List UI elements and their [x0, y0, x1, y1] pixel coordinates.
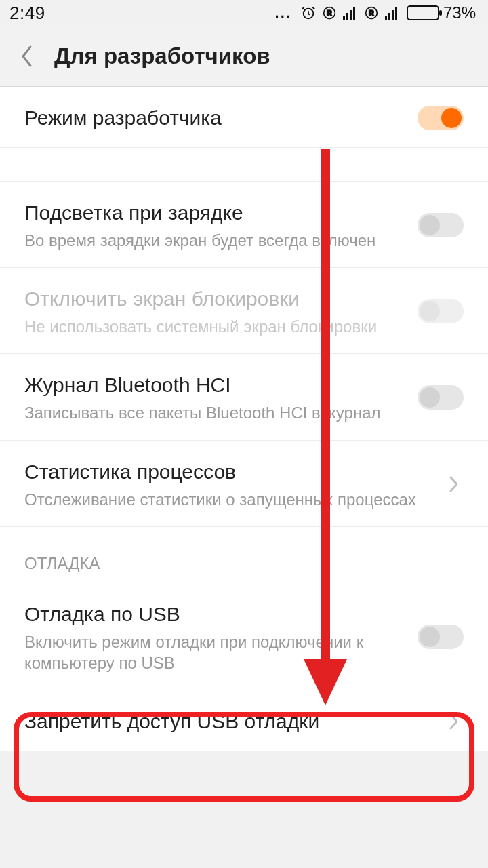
- svg-rect-11: [392, 10, 394, 20]
- status-bar: 2:49 ... R R 73%: [0, 0, 488, 26]
- content: Режим разработчика Подсветка при зарядке…: [0, 87, 488, 751]
- item-subtitle: Записывать все пакеты Bluetooth HCI в жу…: [24, 402, 404, 423]
- toggle-bluetooth-hci-log[interactable]: [418, 385, 464, 410]
- item-charging-backlight[interactable]: Подсветка при зарядке Во время зарядки э…: [0, 182, 488, 268]
- spacer: [0, 148, 488, 182]
- item-subtitle: Отслеживание статистики о запущенных про…: [24, 489, 431, 510]
- registered-icon: R: [323, 6, 336, 20]
- item-title: Отключить экран блокировки: [24, 285, 404, 312]
- battery-indicator: 73%: [407, 3, 476, 22]
- chevron-right-icon: [445, 475, 464, 494]
- item-developer-mode[interactable]: Режим разработчика: [0, 87, 488, 148]
- toggle-charging-backlight[interactable]: [418, 213, 464, 237]
- svg-rect-10: [388, 13, 390, 20]
- battery-percent: 73%: [443, 3, 476, 22]
- svg-rect-5: [350, 10, 352, 20]
- item-title: Режим разработчика: [24, 104, 404, 131]
- header: Для разработчиков: [0, 26, 488, 87]
- item-process-stats[interactable]: Статистика процессов Отслеживание статис…: [0, 441, 488, 527]
- svg-text:R: R: [327, 9, 332, 17]
- item-title: Запретить доступ USB отладки: [24, 708, 431, 734]
- svg-text:R: R: [369, 9, 374, 17]
- item-subtitle: Включить режим отладки при подключении к…: [24, 631, 404, 673]
- item-title: Отладка по USB: [24, 601, 404, 627]
- svg-rect-4: [346, 13, 348, 20]
- item-title: Журнал Bluetooth HCI: [24, 372, 404, 398]
- toggle-disable-lockscreen: [418, 299, 464, 323]
- item-disable-lockscreen: Отключить экран блокировки Не использова…: [0, 268, 488, 354]
- chevron-left-icon: [20, 45, 34, 68]
- status-time: 2:49: [9, 3, 45, 24]
- item-title: Статистика процессов: [24, 458, 431, 485]
- svg-rect-3: [343, 16, 345, 20]
- item-title: Подсветка при зарядке: [24, 199, 404, 226]
- svg-rect-6: [353, 7, 355, 20]
- page-title: Для разработчиков: [54, 43, 270, 69]
- item-bluetooth-hci-log[interactable]: Журнал Bluetooth HCI Записывать все паке…: [0, 354, 488, 440]
- svg-rect-9: [385, 16, 387, 20]
- toggle-usb-debugging[interactable]: [418, 625, 464, 649]
- alarm-icon: [301, 5, 316, 20]
- section-debugging: ОТЛАДКА: [0, 527, 488, 583]
- registered-icon-2: R: [365, 6, 378, 20]
- signal-icon-2: [385, 6, 400, 20]
- item-deny-usb-debug-access[interactable]: Запретить доступ USB отладки: [0, 690, 488, 751]
- item-subtitle: Не использовать системный экран блокиров…: [24, 316, 404, 337]
- svg-rect-12: [395, 7, 397, 20]
- chevron-right-icon: [445, 712, 464, 731]
- toggle-developer-mode[interactable]: [418, 106, 464, 130]
- signal-icon-1: [343, 6, 358, 20]
- status-more-icon: ...: [275, 4, 291, 22]
- status-right: ... R R 73%: [275, 3, 476, 22]
- item-usb-debugging[interactable]: Отладка по USB Включить режим отладки пр…: [0, 583, 488, 690]
- back-button[interactable]: [14, 39, 41, 73]
- item-subtitle: Во время зарядки экран будет всегда вклю…: [24, 230, 404, 251]
